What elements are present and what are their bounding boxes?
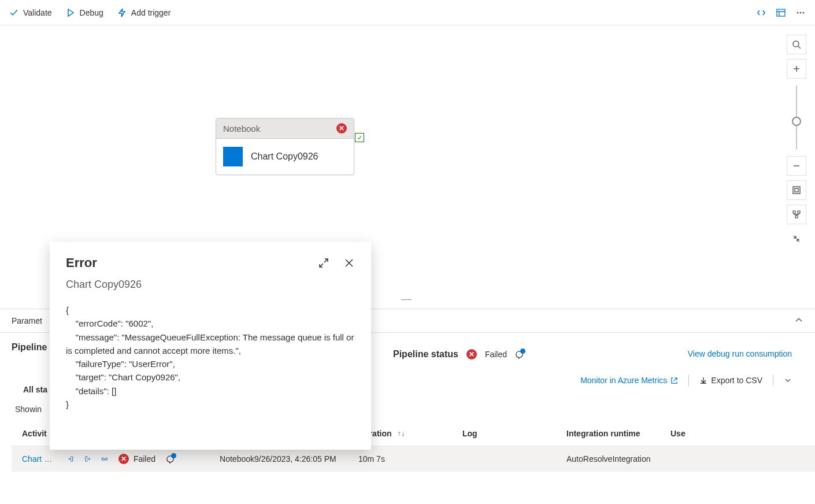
activity-name: Chart Copy0926 (251, 151, 318, 162)
panel-collapse-button[interactable] (794, 316, 803, 327)
svg-point-3 (803, 12, 805, 13)
search-canvas-button[interactable] (787, 35, 806, 54)
row-runtime: AutoResolveIntegration (566, 454, 670, 464)
chevron-down-icon[interactable] (784, 376, 792, 384)
svg-rect-0 (777, 9, 785, 16)
zoom-slider[interactable] (796, 86, 797, 149)
code-icon[interactable] (756, 8, 766, 18)
pipeline-status-label: Pipeline status (393, 349, 458, 360)
row-error-icon: ✕ (118, 454, 129, 464)
fit-icon (792, 186, 801, 195)
close-icon[interactable] (343, 257, 355, 269)
error-dialog-title: Error (66, 255, 97, 270)
row-status: Failed (134, 454, 155, 464)
svg-point-4 (793, 41, 799, 47)
svg-point-10 (102, 458, 105, 461)
expand-icon[interactable] (318, 257, 329, 269)
minus-icon (792, 161, 801, 171)
auto-align-button[interactable] (787, 205, 806, 224)
add-trigger-label: Add trigger (131, 8, 171, 17)
row-duration: 10m 7s (358, 454, 462, 464)
th-duration[interactable]: Duration ↑↓ (358, 429, 462, 438)
activity-card[interactable]: Notebook ✕ Chart Copy0926 ✓ (216, 118, 354, 175)
success-badge-icon: ✓ (355, 133, 364, 142)
error-dialog-body: { "errorCode": "6002", "message": "Messa… (66, 303, 355, 411)
th-user[interactable]: Use (670, 429, 769, 438)
svg-rect-5 (793, 187, 800, 194)
plus-icon (792, 64, 801, 73)
svg-rect-6 (795, 188, 798, 192)
check-icon (9, 8, 18, 17)
minimize-button[interactable] (787, 229, 806, 249)
input-icon[interactable] (67, 454, 74, 464)
row-info-icon[interactable] (166, 455, 175, 464)
table-row[interactable]: Chart Copy0… ✕ Failed Notebook 9/26/2023… (12, 446, 815, 472)
svg-rect-7 (793, 211, 795, 213)
row-run-start: 9/26/2023, 4:26:05 PM (254, 454, 358, 464)
glasses-icon[interactable] (101, 454, 108, 464)
monitor-metrics-link[interactable]: Monitor in Azure Metrics (580, 376, 678, 385)
output-icon[interactable] (84, 454, 91, 464)
error-dialog: Error Chart Copy0926 { "errorCode": "600… (50, 242, 371, 450)
activity-name-link[interactable]: Chart Copy0… (22, 454, 57, 464)
sort-icon: ↑↓ (398, 429, 405, 438)
validate-label: Validate (23, 8, 52, 17)
view-debug-consumption-link[interactable]: View debug run consumption (688, 349, 792, 358)
svg-rect-9 (795, 216, 798, 218)
validate-button[interactable]: Validate (9, 8, 52, 17)
add-trigger-button[interactable]: Add trigger (117, 8, 171, 17)
panel-resize-handle[interactable] (401, 299, 412, 302)
status-info-icon[interactable] (515, 350, 524, 359)
external-link-icon (670, 377, 678, 384)
zoom-handle[interactable] (792, 117, 801, 126)
row-type: Notebook (220, 454, 254, 464)
properties-icon[interactable] (776, 8, 786, 18)
play-icon (66, 8, 75, 17)
tab-parameters[interactable]: Paramet (12, 316, 42, 325)
svg-point-2 (800, 12, 802, 13)
search-icon (792, 40, 801, 49)
notebook-icon (223, 147, 243, 166)
debug-label: Debug (80, 8, 103, 17)
status-filter[interactable]: All sta (23, 385, 47, 394)
zoom-out-button[interactable] (787, 156, 806, 176)
activity-type-label: Notebook (223, 124, 260, 134)
download-icon (699, 376, 707, 384)
error-icon: ✕ (336, 123, 347, 134)
layout-icon (792, 210, 801, 219)
pipeline-status-value: Failed (485, 350, 507, 359)
svg-point-11 (105, 458, 108, 461)
svg-point-1 (797, 12, 799, 13)
error-dialog-subtitle: Chart Copy0926 (66, 279, 355, 291)
divider (773, 375, 773, 386)
debug-button[interactable]: Debug (66, 8, 103, 17)
zoom-in-button[interactable] (787, 59, 806, 79)
divider (688, 375, 689, 386)
fit-view-button[interactable] (787, 180, 806, 200)
export-csv-button[interactable]: Export to CSV (699, 376, 762, 385)
more-icon[interactable] (795, 8, 806, 18)
chevron-up-icon (794, 316, 803, 325)
lightning-icon (117, 8, 127, 17)
collapse-icon (792, 234, 801, 243)
th-log[interactable]: Log (462, 429, 566, 438)
svg-rect-8 (798, 211, 800, 213)
status-error-icon: ✕ (466, 349, 477, 360)
th-runtime[interactable]: Integration runtime (566, 429, 670, 438)
